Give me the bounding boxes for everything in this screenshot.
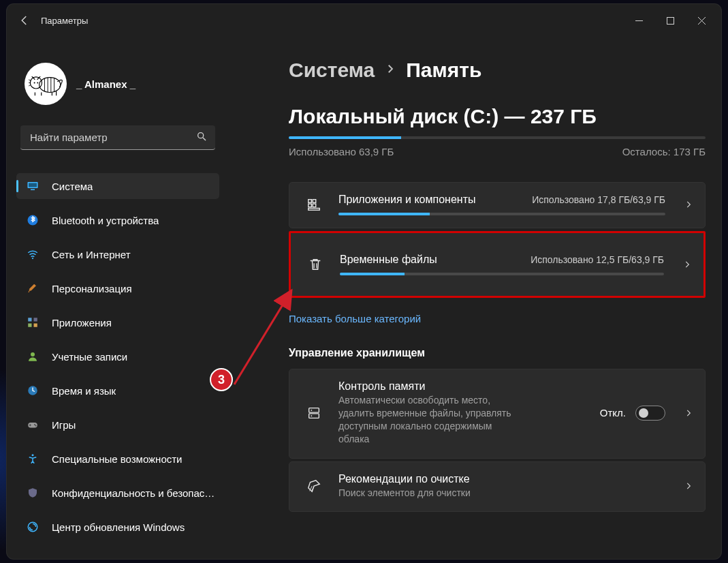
card-temp-files[interactable]: Временные файлы Использовано 12,5 ГБ/63,… (289, 231, 706, 298)
nav-label: Bluetooth и устройства (52, 215, 159, 226)
svg-rect-34 (308, 200, 312, 203)
nav-games[interactable]: Игры (16, 412, 219, 438)
nav-accounts[interactable]: Учетные записи (16, 344, 219, 369)
svg-rect-25 (28, 324, 31, 327)
nav-label: Игры (52, 419, 76, 431)
maximize-button[interactable] (654, 10, 686, 31)
svg-rect-24 (34, 318, 37, 321)
card-cleanup-recommendations[interactable]: Рекомендации по очистке Поиск элементов … (289, 461, 706, 513)
breadcrumb-parent[interactable]: Система (289, 59, 375, 82)
card-usage-fill (340, 273, 405, 275)
card-storage-sense[interactable]: Контроль памяти Автоматически освободить… (289, 369, 706, 459)
svg-rect-41 (309, 408, 319, 412)
card-title: Приложения и компоненты (338, 194, 475, 206)
nav-label: Специальные возможности (52, 453, 183, 465)
svg-rect-36 (308, 204, 312, 207)
svg-point-16 (198, 132, 204, 138)
gamepad-icon (26, 418, 39, 431)
nav-accessibility[interactable]: Специальные возможности (16, 446, 219, 472)
disk-title: Локальный диск (C:) — 237 ГБ (289, 105, 705, 128)
svg-rect-19 (29, 183, 37, 187)
annotation-number: 3 (218, 373, 225, 387)
close-button[interactable] (686, 10, 717, 31)
avatar (25, 63, 67, 105)
main-content: Система Память Локальный диск (C:) — 237… (227, 37, 721, 559)
nav-privacy[interactable]: Конфиденциальность и безопасность (16, 480, 219, 506)
maximize-icon (667, 17, 674, 25)
svg-point-30 (34, 424, 35, 425)
card-usage-fill (338, 213, 430, 215)
card-description: Поиск элементов для очистки (338, 487, 665, 500)
nav-windows-update[interactable]: Центр обновления Windows (16, 514, 219, 540)
svg-rect-42 (309, 414, 319, 418)
nav-list: Система Bluetooth и устройства Сеть и Ин… (16, 173, 219, 540)
globe-clock-icon (26, 384, 39, 397)
svg-point-2 (39, 78, 61, 93)
nav-label: Система (52, 181, 93, 192)
breadcrumb-current: Память (406, 59, 481, 82)
minimize-button[interactable] (623, 10, 654, 31)
sidebar: _ Almanex _ Система Bluetooth и устройст… (7, 37, 227, 559)
svg-point-43 (311, 410, 312, 411)
card-usage-bar (340, 273, 664, 275)
nav-apps[interactable]: Приложения (16, 309, 219, 335)
apps-icon (26, 316, 39, 329)
brush-icon (26, 282, 39, 295)
svg-point-8 (37, 82, 38, 83)
nav-system[interactable]: Система (16, 173, 219, 199)
nav-time-language[interactable]: Время и язык (16, 378, 219, 404)
chevron-right-icon (680, 481, 697, 491)
shield-icon (26, 486, 39, 500)
chevron-right-icon (384, 63, 396, 78)
nav-label: Центр обновления Windows (52, 521, 185, 533)
breadcrumb: Система Память (289, 59, 705, 82)
drive-icon (304, 406, 323, 421)
svg-rect-23 (28, 318, 31, 321)
avatar-image (29, 70, 63, 97)
card-apps-components[interactable]: Приложения и компоненты Использовано 17,… (289, 182, 706, 228)
storage-sense-toggle[interactable] (635, 406, 665, 421)
bluetooth-icon (26, 213, 39, 227)
close-icon (698, 17, 706, 25)
minimize-icon (635, 17, 643, 25)
toggle-knob (639, 408, 648, 418)
trash-icon (306, 257, 325, 272)
card-title: Временные файлы (340, 254, 437, 266)
arrow-left-icon (18, 14, 31, 27)
wifi-icon (26, 247, 39, 261)
card-usage: Использовано 12,5 ГБ/63,9 ГБ (531, 254, 664, 265)
nav-label: Время и язык (52, 385, 116, 397)
accessibility-icon (26, 452, 39, 466)
search-box[interactable] (20, 125, 215, 150)
svg-rect-35 (313, 200, 316, 203)
apps-grid-icon (304, 197, 323, 212)
disk-used-label: Использовано 63,9 ГБ (289, 146, 394, 157)
user-profile[interactable]: _ Almanex _ (16, 37, 219, 105)
annotation-badge: 3 (210, 368, 233, 391)
nav-label: Приложения (52, 317, 112, 329)
show-more-categories-link[interactable]: Показать больше категорий (289, 313, 421, 324)
svg-rect-20 (31, 189, 35, 191)
disk-stats: Использовано 63,9 ГБ Осталось: 173 ГБ (289, 146, 706, 157)
person-icon (26, 350, 39, 363)
svg-rect-37 (313, 204, 316, 207)
disk-free-label: Осталось: 173 ГБ (622, 146, 706, 157)
svg-rect-26 (34, 324, 37, 327)
disk-usage-bar (289, 136, 706, 139)
nav-network[interactable]: Сеть и Интернет (16, 241, 219, 267)
nav-personalization[interactable]: Персонализация (16, 275, 219, 301)
chevron-right-icon (680, 200, 697, 209)
nav-bluetooth[interactable]: Bluetooth и устройства (16, 207, 219, 233)
back-button[interactable] (12, 8, 37, 33)
disk-usage-fill (289, 136, 401, 139)
svg-line-17 (203, 138, 206, 140)
svg-point-7 (34, 82, 35, 83)
search-input[interactable] (29, 131, 196, 144)
chevron-right-icon (679, 260, 695, 269)
toggle-label: Откл. (600, 407, 626, 419)
svg-point-31 (35, 425, 37, 427)
svg-point-32 (32, 454, 34, 456)
titlebar: Параметры (7, 4, 721, 37)
card-description: Автоматически освободить место, удалить … (338, 394, 516, 446)
card-usage: Использовано 17,8 ГБ/63,9 ГБ (532, 194, 665, 205)
